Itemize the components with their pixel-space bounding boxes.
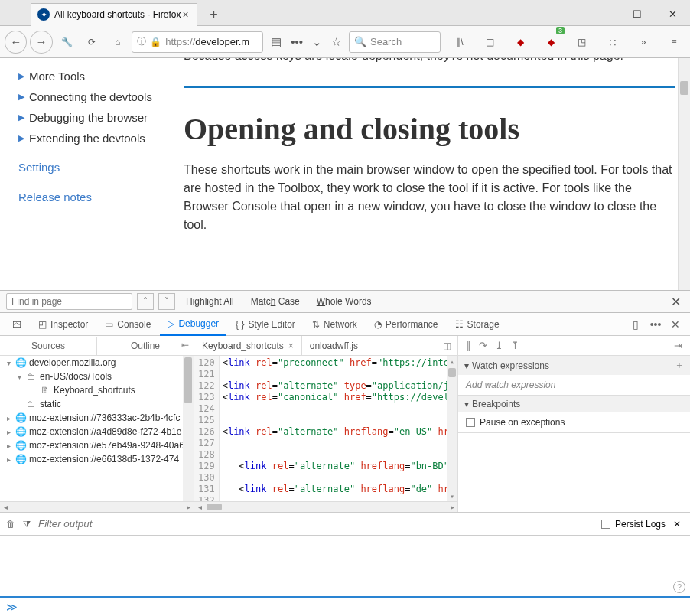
dock-button[interactable]: ▯	[626, 318, 646, 331]
outline-tab[interactable]: Outline	[97, 337, 194, 355]
reload-button[interactable]: ⟳	[81, 31, 103, 54]
sidebar-item[interactable]: ▶More Tools	[18, 66, 176, 86]
collapse-icon[interactable]: ⇥	[674, 340, 682, 351]
source-host[interactable]: moz-extension://e66138d5-1372-474	[29, 454, 179, 464]
browser-tab[interactable]: ✦ All keyboard shortcuts - Firefox ×	[31, 3, 197, 26]
pause-button[interactable]: ‖	[466, 340, 471, 351]
find-prev-button[interactable]: ˄	[137, 293, 154, 310]
close-window-button[interactable]: ✕	[655, 2, 690, 25]
search-bar[interactable]: 🔍 Search	[349, 31, 441, 53]
collapse-icon[interactable]: ⇤	[181, 340, 189, 350]
sources-tree[interactable]: ▾🌐developer.mozilla.org ▾🗀en-US/docs/Too…	[0, 356, 194, 501]
sidebar-item[interactable]: ▶Extending the devtools	[18, 128, 176, 148]
find-input[interactable]	[6, 293, 132, 310]
scroll-left-icon[interactable]: ◂	[0, 502, 11, 512]
persist-checkbox[interactable]	[601, 520, 610, 529]
horizontal-scrollbar[interactable]: ◂ ▸	[0, 501, 194, 512]
source-host[interactable]: moz-extension://e57eb49a-9248-40a6	[29, 440, 184, 451]
scrollbar[interactable]: ▴ ▾	[447, 356, 457, 501]
code-editor[interactable]: 1201211221231241251261271281291301311321…	[194, 356, 457, 501]
scroll-right-icon[interactable]: ▸	[183, 502, 194, 512]
console-close-icon[interactable]: ✕	[670, 519, 684, 530]
source-folder[interactable]: static	[40, 399, 61, 409]
scroll-thumb[interactable]	[207, 504, 222, 510]
home-button[interactable]: ⌂	[106, 31, 129, 54]
pick-element-button[interactable]: ⮹	[5, 313, 29, 336]
breakpoints-header[interactable]: ▾Breakpoints	[458, 396, 690, 412]
page-action-icon[interactable]: •••	[291, 35, 303, 48]
devtools-close-button[interactable]: ✕	[666, 318, 685, 331]
source-host[interactable]: developer.mozilla.org	[29, 357, 116, 368]
match-case-toggle[interactable]: Match Case	[245, 296, 306, 307]
tool-storage[interactable]: ☷Storage	[448, 313, 507, 336]
code-tab[interactable]: onloadwff.js	[302, 336, 366, 355]
source-host[interactable]: moz-extension://736333ac-2b4b-4cfc	[29, 412, 180, 423]
filter-output-input[interactable]	[38, 518, 191, 530]
source-folder[interactable]: en-US/docs/Tools	[40, 371, 112, 382]
scroll-thumb[interactable]	[184, 357, 192, 403]
back-button[interactable]: ←	[5, 31, 27, 54]
sidebar-item[interactable]: ▶Connecting the devtools	[18, 86, 176, 107]
library-icon[interactable]: ∥\	[448, 31, 471, 54]
whole-words-toggle[interactable]: Whole Words	[311, 296, 378, 307]
tool-debugger[interactable]: ▷Debugger	[160, 313, 226, 336]
step-out-button[interactable]: ⤒	[511, 340, 519, 351]
info-icon[interactable]: ⓘ	[137, 35, 146, 48]
sidebar-icon[interactable]: ◫	[479, 31, 502, 54]
tool-styleeditor[interactable]: { }Style Editor	[228, 313, 303, 336]
find-close-icon[interactable]: ✕	[668, 295, 684, 309]
scroll-left-icon[interactable]: ◂	[194, 502, 205, 512]
extension-icon-3[interactable]: ◳	[571, 31, 594, 54]
pocket-icon[interactable]: ⌄	[312, 35, 322, 49]
reader-icon[interactable]: ▤	[271, 35, 282, 49]
new-tab-button[interactable]: +	[203, 4, 225, 25]
devtools-more-button[interactable]: •••	[646, 318, 666, 331]
extension-icon-2[interactable]: ◆	[540, 31, 563, 54]
tab-close-icon[interactable]: ×	[181, 8, 190, 21]
tool-network[interactable]: ⇅Network	[304, 313, 365, 336]
minimize-button[interactable]: —	[584, 2, 620, 25]
find-next-button[interactable]: ˅	[158, 293, 175, 310]
source-host[interactable]: moz-extension://a4d89d8e-f272-4b1e	[29, 426, 181, 437]
code-tab[interactable]: Keyboard_shortcuts×	[194, 336, 302, 355]
trash-icon[interactable]: 🗑	[6, 519, 15, 530]
scrollbar[interactable]	[183, 356, 194, 501]
watch-header[interactable]: ▾Watch expressions＋	[458, 356, 690, 375]
tool-console[interactable]: ▭Console	[97, 313, 158, 336]
maximize-button[interactable]: ☐	[620, 2, 655, 25]
checkbox[interactable]	[466, 418, 475, 427]
overflow-icon[interactable]: »	[632, 31, 655, 54]
devtools-wrench-button[interactable]: 🔧	[56, 31, 78, 54]
scroll-thumb[interactable]	[448, 368, 456, 377]
forward-button[interactable]: →	[30, 31, 52, 54]
scroll-down-icon[interactable]: ▾	[447, 491, 457, 501]
sources-tab[interactable]: Sources	[0, 337, 97, 355]
vertical-layout-icon[interactable]: ◫	[443, 341, 451, 351]
console-input[interactable]: ≫	[0, 596, 690, 616]
filter-icon[interactable]: ⧩	[23, 519, 31, 530]
scroll-up-icon[interactable]: ▴	[447, 356, 457, 367]
add-watch-button[interactable]: ＋	[675, 359, 684, 372]
source-file[interactable]: Keyboard_shortcuts	[54, 385, 135, 396]
close-icon[interactable]: ×	[288, 341, 294, 351]
help-icon[interactable]: ?	[673, 581, 685, 593]
menu-button[interactable]: ≡	[662, 31, 685, 54]
scrollbar[interactable]	[678, 58, 690, 290]
extension-icon-4[interactable]: ⸬	[601, 31, 624, 54]
pause-on-exceptions[interactable]: Pause on exceptions	[458, 412, 690, 432]
scroll-thumb[interactable]	[680, 81, 688, 95]
tool-inspector[interactable]: ◰Inspector	[31, 313, 96, 336]
scroll-right-icon[interactable]: ▸	[447, 502, 457, 512]
step-over-button[interactable]: ↷	[479, 340, 487, 351]
sidebar-item[interactable]: ▶Debugging the browser	[18, 107, 176, 128]
bookmark-star-icon[interactable]: ☆	[331, 35, 341, 49]
sidebar-link-release[interactable]: Release notes	[18, 186, 176, 208]
extension-icon-1[interactable]: ◆	[509, 31, 532, 54]
tool-performance[interactable]: ◔Performance	[366, 313, 446, 336]
url-bar[interactable]: ⓘ 🔒 https://developer.m	[132, 31, 263, 53]
highlight-all-toggle[interactable]: Highlight All	[180, 296, 240, 307]
horizontal-scrollbar[interactable]: ◂ ▸	[194, 501, 457, 512]
sidebar-link-settings[interactable]: Settings	[18, 156, 176, 178]
watch-input[interactable]: Add watch expression	[458, 375, 690, 395]
step-in-button[interactable]: ⤓	[495, 340, 503, 351]
